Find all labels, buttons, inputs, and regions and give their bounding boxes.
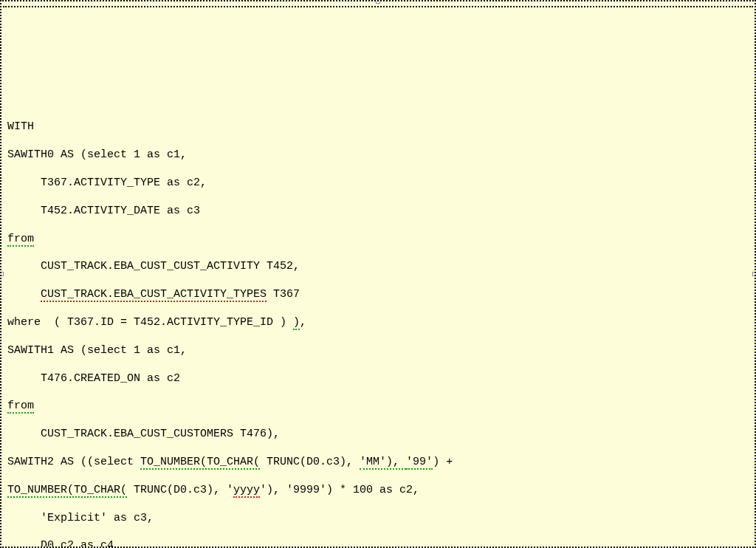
code-line: CUST_TRACK.EBA_CUST_CUST_ACTIVITY T452,	[7, 260, 749, 274]
code-text: WITH	[7, 120, 34, 133]
code-text: TRUNC(D0.c3), '	[127, 484, 233, 496]
code-text: )	[293, 316, 300, 330]
code-text: T367	[267, 288, 300, 301]
code-text: TO_NUMBER(TO_CHAR(	[7, 484, 127, 498]
code-block: WITH SAWITH0 AS (select 1 as c1, T367.AC…	[7, 106, 749, 548]
document-page: WITH SAWITH0 AS (select 1 as c1, T367.AC…	[0, 0, 756, 548]
code-text: '), '9999') * 100 as c2,	[260, 484, 419, 496]
code-line: SAWITH2 AS ((select TO_NUMBER(TO_CHAR( T…	[7, 456, 749, 470]
code-text: SAWITH2 AS ((select	[7, 456, 140, 468]
code-text: SAWITH1 AS (select 1 as c1,	[7, 344, 187, 357]
code-text: SAWITH0 AS (select 1 as c1,	[7, 148, 187, 161]
code-line: WITH	[7, 120, 749, 134]
code-line: 'Explicit' as c3,	[7, 512, 749, 526]
code-text: 'MM'),	[360, 456, 406, 470]
code-line: from	[7, 400, 749, 414]
code-text: '99'	[406, 456, 433, 470]
code-text: ) +	[433, 456, 453, 468]
page-separator	[3, 6, 753, 7]
code-text	[7, 288, 41, 301]
code-line: from	[7, 233, 749, 247]
code-text: yyyy	[233, 484, 260, 498]
resize-handle-right[interactable]	[752, 272, 756, 276]
code-line: SAWITH1 AS (select 1 as c1,	[7, 344, 749, 358]
code-text: 'Explicit' as c3,	[7, 512, 154, 524]
code-line: D0.c2 as c4,	[7, 539, 749, 548]
code-text: D0.c2 as c4,	[7, 539, 120, 548]
resize-handle-top[interactable]	[376, 0, 380, 4]
resize-handle-left[interactable]	[0, 272, 4, 276]
code-line: CUST_TRACK.EBA_CUST_ACTIVITY_TYPES T367	[7, 288, 749, 302]
code-text: T452.ACTIVITY_DATE as c3	[7, 205, 200, 217]
code-text: CUST_TRACK.EBA_CUST_ACTIVITY_TYPES	[41, 288, 267, 302]
code-text: CUST_TRACK.EBA_CUST_CUSTOMERS T476),	[7, 428, 280, 440]
code-line: CUST_TRACK.EBA_CUST_CUSTOMERS T476),	[7, 428, 749, 442]
code-line: TO_NUMBER(TO_CHAR( TRUNC(D0.c3), 'yyyy')…	[7, 484, 749, 498]
code-line: T476.CREATED_ON as c2	[7, 372, 749, 386]
code-text: TO_NUMBER(TO_CHAR(	[140, 456, 260, 470]
code-line: SAWITH0 AS (select 1 as c1,	[7, 148, 749, 162]
code-text: T367.ACTIVITY_TYPE as c2,	[7, 177, 207, 189]
code-text: CUST_TRACK.EBA_CUST_CUST_ACTIVITY T452,	[7, 260, 300, 273]
code-line: T452.ACTIVITY_DATE as c3	[7, 205, 749, 219]
code-text: where ( T367.ID = T452.ACTIVITY_TYPE_ID …	[7, 316, 293, 329]
code-text: ,	[300, 316, 306, 329]
code-text: from	[7, 233, 34, 247]
code-line: T367.ACTIVITY_TYPE as c2,	[7, 177, 749, 191]
code-text: T476.CREATED_ON as c2	[7, 372, 180, 385]
code-text: from	[7, 400, 34, 414]
code-text: TRUNC(D0.c3),	[260, 456, 360, 468]
code-line: where ( T367.ID = T452.ACTIVITY_TYPE_ID …	[7, 316, 749, 330]
